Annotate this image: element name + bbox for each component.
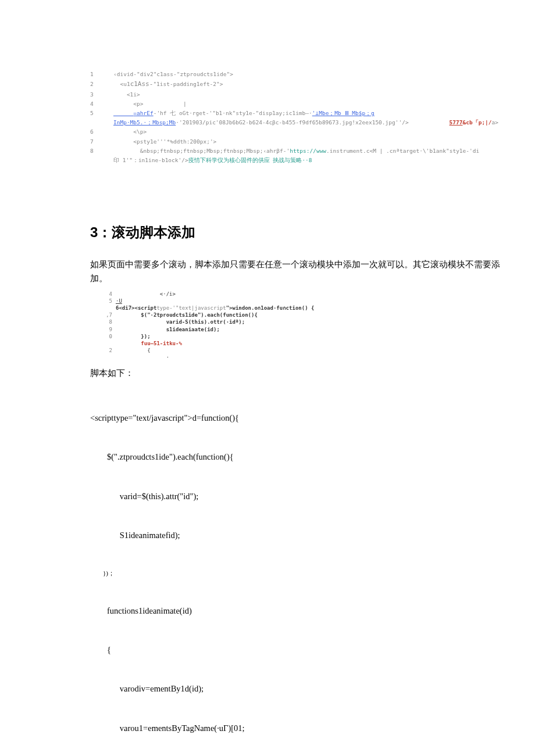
code-line: fuu—51-itku-% [102,340,500,347]
section-heading: 3：滚动脚本添加 [90,223,500,242]
code-content: =ahrEf-'hf 七 oGt·rget-'"b1·nk"sty1e-"dis… [113,109,500,118]
line-number: 2 [102,347,116,354]
line-number: 1 [90,70,113,79]
code-line: 3 <1i> [90,90,500,99]
paragraph: 如果页面中需要多个滚动，脚本添加只需要在任意一个滚动模块中添加一次就可以。其它滚… [90,258,500,286]
code-line: 6 <\p> [90,127,500,137]
script-line: { [90,643,500,656]
line-number: 5 [102,298,116,304]
script-line: S1ideanimatefid); [90,529,500,542]
script-line: $(".ztproudcts1ide").each(function(){ [90,450,500,463]
document-page: 1 ‹divid-"div2"c1ass-"ztproudcts1ide"> 2… [0,0,535,756]
code-line: 2 { [102,347,500,354]
code-line: 1 ‹divid-"div2"c1ass-"ztproudcts1ide"> [90,70,500,79]
code-line: 8 varid-S(this).ottr(·idª); [102,318,500,325]
code-line: 4 <p> | [90,99,500,109]
line-number: 3 [90,90,113,99]
code-content: <1i> [113,90,500,99]
code-content: <p> | [113,99,500,109]
code-content: &nbsp;ftnbsp;ftnbsp;Mbsp;ftnbsp;Mbsp;‹ah… [113,146,500,156]
code-line: 6<di7><scripttype-'"text|javascript">win… [102,304,500,311]
code-line: 9 s1ideaniaate(id); [102,326,500,333]
script-line: varodiv=ementBy1d(id); [90,682,500,695]
line-number: 8 [102,318,116,325]
code-content: 印 1'"：in1ine-b1ock'/>疫情下科学仪为核心固件的供应 挟战与策… [113,156,500,165]
line-number: 8 [90,146,113,156]
line-number: 7 [90,137,113,146]
code-line: 0 }); [102,333,500,340]
code-block-2: 4 <·/i> 5·U 6<di7><scripttype-'"text|jav… [102,291,500,361]
code-line: 7 <psty1e'''*%ddth:200px;'> [90,137,500,146]
code-content: ‹divid-"div2"c1ass-"ztproudcts1ide"> [113,70,500,79]
line-number: ,7 [102,311,116,318]
script-line: varou1=ementsByTagName(·uΓ)[01; [90,722,500,734]
code-line: 2 <u1c1Ass-"1ist-padding1eft-2"> [90,79,500,90]
script-header: 脚本如下： [90,367,500,381]
code-line: 5·U [102,298,500,304]
line-number: 2 [90,80,113,89]
script-line: functions1ideanimate(id) [90,604,500,617]
code-line: 印 1'"：in1ine-b1ock'/>疫情下科学仪为核心固件的供应 挟战与策… [90,156,500,165]
code-block-1: 1 ‹divid-"div2"c1ass-"ztproudcts1ide"> 2… [90,70,500,165]
code-line: 8 &nbsp;ftnbsp;ftnbsp;Mbsp;ftnbsp;Mbsp;‹… [90,146,500,156]
line-number: 6 [90,127,113,137]
line-number: 5 [90,109,113,118]
line-number: 4 [102,291,116,298]
line-number: 9 [102,326,116,333]
script-line: <scripttype="text/javascript">d=function… [90,411,500,424]
code-content: InMp·Mb5.·；Mbsp;Mb·'201903/pic'08Jb6bG2-… [113,118,500,127]
script-line: varid=$(this).attr("id"); [90,490,500,503]
code-line: · [102,354,500,361]
code-line: InMp·Mb5.·；Mbsp;Mb·'201903/pic'08Jb6bG2-… [90,118,500,127]
code-content: <\p> [113,127,500,137]
line-number: 4 [90,99,113,109]
code-line: ,7 $("·2tproudcts1ide").each(function(){ [102,311,500,318]
code-line: 4 <·/i> [102,291,500,298]
line-number: 0 [102,333,116,340]
script-line: })； [90,568,500,578]
script-listing: <scripttype="text/javascript">d=function… [90,385,500,756]
code-line: 5 =ahrEf-'hf 七 oGt·rget-'"b1·nk"sty1e-"d… [90,109,500,118]
code-content: <psty1e'''*%ddth:200px;'> [113,137,500,146]
code-content: <u1c1Ass-"1ist-padding1eft-2"> [113,79,500,90]
